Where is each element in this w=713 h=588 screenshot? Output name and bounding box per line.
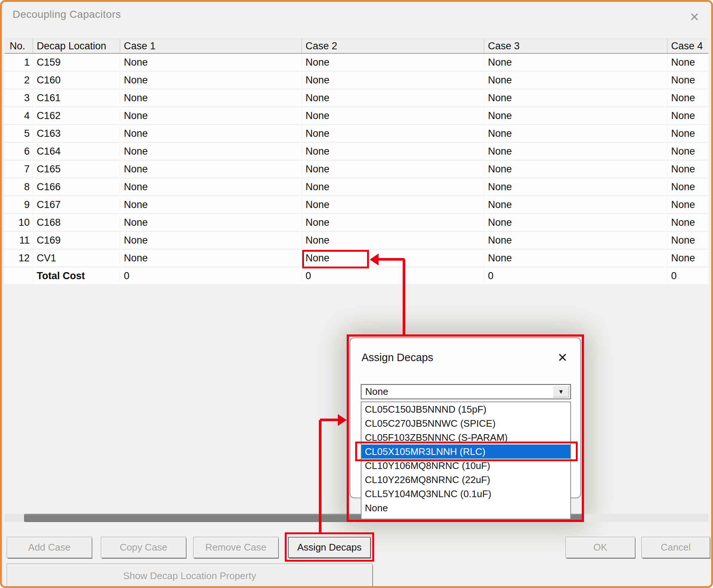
column-header-no: No. <box>4 39 33 53</box>
decap-table: No. Decap Location Case 1 Case 2 Case 3 … <box>4 39 709 285</box>
case2-value-cell[interactable]: None <box>301 161 484 178</box>
total-row-empty-cell <box>4 267 33 285</box>
case1-value-cell[interactable]: None <box>120 232 301 250</box>
case2-value-cell[interactable]: None <box>301 143 484 161</box>
row-number-cell: 3 <box>4 89 33 107</box>
case2-value-cell[interactable]: None <box>301 54 484 72</box>
row-number-cell: 12 <box>4 250 33 267</box>
popup-close-icon[interactable]: ✕ <box>554 349 571 366</box>
case1-value-cell[interactable]: None <box>120 196 301 214</box>
case1-value-cell[interactable]: None <box>120 161 301 178</box>
case3-value-cell[interactable]: None <box>484 161 667 178</box>
case1-value-cell[interactable]: None <box>120 143 301 161</box>
case3-total-cell: 0 <box>484 267 667 285</box>
case2-value-cell[interactable]: None <box>301 89 484 107</box>
case1-value-cell[interactable]: None <box>120 89 301 107</box>
add-case-button[interactable]: Add Case <box>7 537 92 558</box>
case4-value-cell[interactable]: None <box>667 161 709 178</box>
case4-value-cell[interactable]: None <box>667 250 709 267</box>
case2-value-cell[interactable]: None <box>301 107 484 125</box>
case2-value-cell[interactable]: None <box>301 214 484 232</box>
case3-value-cell[interactable]: None <box>484 125 667 143</box>
case1-value-cell[interactable]: None <box>120 178 301 196</box>
case4-value-cell[interactable]: None <box>667 143 709 161</box>
remove-case-button[interactable]: Remove Case <box>193 537 278 558</box>
decap-location-cell: C163 <box>33 125 120 143</box>
case3-value-cell[interactable]: None <box>484 143 667 161</box>
column-header-case1: Case 1 <box>120 39 301 53</box>
annotation-arrow-horizontal-to-cell <box>378 258 405 261</box>
decap-location-cell: C168 <box>33 214 120 232</box>
row-number-cell: 7 <box>4 161 33 178</box>
case3-value-cell[interactable]: None <box>484 196 667 214</box>
case2-value-cell[interactable]: None <box>301 196 484 214</box>
annotation-rect-assign-decaps-button <box>285 532 374 562</box>
case3-value-cell[interactable]: None <box>484 178 667 196</box>
annotation-arrow-horizontal-to-popup <box>320 419 339 421</box>
row-number-cell: 2 <box>4 72 33 89</box>
horizontal-scrollbar-track[interactable] <box>4 514 709 522</box>
annotation-arrowhead-to-cell <box>370 254 379 265</box>
column-header-case2: Case 2 <box>301 39 484 53</box>
list-item[interactable]: None <box>362 501 570 515</box>
list-item[interactable]: CL05C150JB5NNND (15pF) <box>362 402 570 416</box>
case1-value-cell[interactable]: None <box>120 54 301 72</box>
decap-location-cell: CV1 <box>33 250 120 267</box>
case4-value-cell[interactable]: None <box>667 107 709 125</box>
cancel-button[interactable]: Cancel <box>641 537 710 558</box>
case2-value-cell[interactable]: None <box>301 178 484 196</box>
close-icon[interactable]: ✕ <box>686 9 703 26</box>
popup-title: Assign Decaps <box>362 351 433 364</box>
page-title: Decoupling Capacitors <box>13 9 121 20</box>
row-number-cell: 9 <box>4 196 33 214</box>
case1-value-cell[interactable]: None <box>120 107 301 125</box>
chevron-down-icon[interactable]: ▼ <box>553 386 569 397</box>
list-item[interactable]: CLL5Y104MQ3NLNC (0.1uF) <box>362 487 570 501</box>
annotation-arrowhead-to-popup <box>338 414 347 426</box>
case4-value-cell[interactable]: None <box>667 125 709 143</box>
case1-value-cell[interactable]: None <box>120 72 301 89</box>
case1-value-cell[interactable]: None <box>120 214 301 232</box>
row-number-cell: 1 <box>4 54 33 72</box>
column-header-location: Decap Location <box>33 39 120 53</box>
case3-value-cell[interactable]: None <box>484 214 667 232</box>
decap-combobox[interactable]: None ▼ <box>361 384 571 399</box>
case3-value-cell[interactable]: None <box>484 232 667 250</box>
case2-value-cell[interactable]: None <box>301 125 484 143</box>
case3-value-cell[interactable]: None <box>484 54 667 72</box>
copy-case-button[interactable]: Copy Case <box>101 537 186 558</box>
row-number-cell: 8 <box>4 178 33 196</box>
case4-value-cell[interactable]: None <box>667 196 709 214</box>
case4-value-cell[interactable]: None <box>667 72 709 89</box>
case2-value-cell[interactable]: None <box>301 72 484 89</box>
case2-total-cell: 0 <box>301 267 484 285</box>
decap-location-cell: C169 <box>33 232 120 250</box>
row-number-cell: 5 <box>4 125 33 143</box>
case1-value-cell[interactable]: None <box>120 125 301 143</box>
show-decap-location-property-button[interactable]: Show Decap Location Property <box>7 564 373 588</box>
case3-value-cell[interactable]: None <box>484 250 667 267</box>
case4-value-cell[interactable]: None <box>667 178 709 196</box>
row-number-cell: 4 <box>4 107 33 125</box>
case4-value-cell[interactable]: None <box>667 89 709 107</box>
case3-value-cell[interactable]: None <box>484 107 667 125</box>
list-item[interactable]: CL05C270JB5NNWC (SPICE) <box>362 416 570 430</box>
annotation-rect-case2-cv1-cell <box>302 250 369 268</box>
column-header-case4: Case 4 <box>667 39 709 53</box>
case4-value-cell[interactable]: None <box>667 214 709 232</box>
case4-value-cell[interactable]: None <box>667 54 709 72</box>
case3-value-cell[interactable]: None <box>484 89 667 107</box>
ok-button[interactable]: OK <box>565 537 635 558</box>
table-header-row: No. Decap Location Case 1 Case 2 Case 3 … <box>4 39 709 54</box>
column-header-case3: Case 3 <box>484 39 667 53</box>
case1-value-cell[interactable]: None <box>120 250 301 267</box>
case3-value-cell[interactable]: None <box>484 72 667 89</box>
decap-location-cell: C165 <box>33 161 120 178</box>
decap-location-cell: C159 <box>33 54 120 72</box>
case4-total-cell: 0 <box>667 267 709 285</box>
list-item[interactable]: CL10Y226MQ8NRNC (22uF) <box>362 473 570 487</box>
decap-location-cell: C167 <box>33 196 120 214</box>
case2-value-cell[interactable]: None <box>301 232 484 250</box>
combobox-value: None <box>365 385 388 399</box>
case4-value-cell[interactable]: None <box>667 232 709 250</box>
